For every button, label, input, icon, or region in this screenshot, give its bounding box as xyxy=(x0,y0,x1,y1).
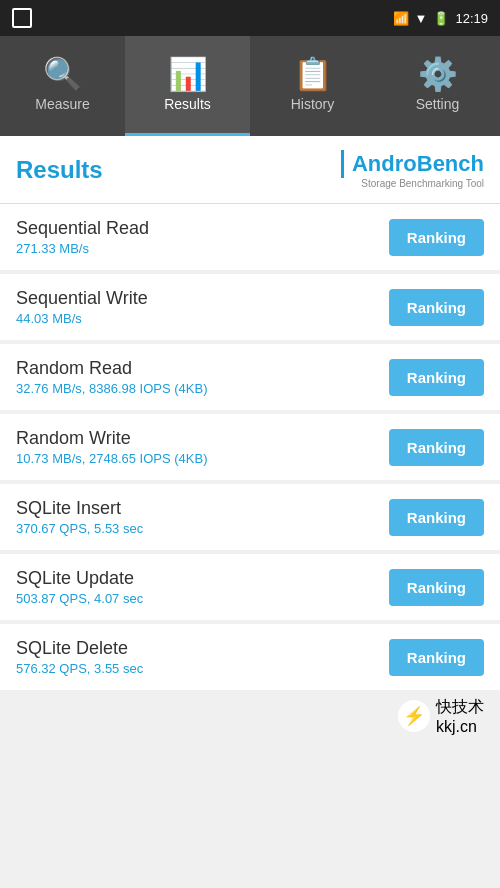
bench-row-sequential-read: Sequential Read 271.33 MB/s Ranking xyxy=(0,204,500,270)
tab-setting[interactable]: ⚙️ Setting xyxy=(375,36,500,136)
ranking-btn-sequential-write[interactable]: Ranking xyxy=(389,289,484,326)
bench-value-random-write: 10.73 MB/s, 2748.65 IOPS (4KB) xyxy=(16,451,208,466)
bench-row-sqlite-update: SQLite Update 503.87 QPS, 4.07 sec Ranki… xyxy=(0,554,500,620)
bench-row-sqlite-insert: SQLite Insert 370.67 QPS, 5.53 sec Ranki… xyxy=(0,484,500,550)
tab-measure-label: Measure xyxy=(35,96,89,112)
bench-value-random-read: 32.76 MB/s, 8386.98 IOPS (4KB) xyxy=(16,381,208,396)
results-header: Results AndroBench Storage Benchmarking … xyxy=(0,136,500,204)
bench-info-sqlite-update: SQLite Update 503.87 QPS, 4.07 sec xyxy=(16,568,143,606)
page-title: Results xyxy=(16,156,103,184)
benchmark-list: Sequential Read 271.33 MB/s Ranking Sequ… xyxy=(0,204,500,690)
watermark-domain: kkj.cn xyxy=(436,718,477,735)
brand-tagline: Storage Benchmarking Tool xyxy=(361,178,484,189)
tab-results[interactable]: 📊 Results xyxy=(125,36,250,136)
bench-row-random-write: Random Write 10.73 MB/s, 2748.65 IOPS (4… xyxy=(0,414,500,480)
watermark: ⚡ 快技术 kkj.cn xyxy=(398,697,484,736)
bench-info-random-write: Random Write 10.73 MB/s, 2748.65 IOPS (4… xyxy=(16,428,208,466)
bench-value-sequential-write: 44.03 MB/s xyxy=(16,311,148,326)
status-bar-right: 📶 ▼ 🔋 12:19 xyxy=(393,11,488,26)
bench-info-sqlite-delete: SQLite Delete 576.32 QPS, 3.55 sec xyxy=(16,638,143,676)
brand-inner: AndroBench xyxy=(341,150,484,178)
results-icon: 📊 xyxy=(168,58,208,90)
status-bar-left xyxy=(12,8,32,28)
brand-andro: Andro xyxy=(352,151,417,176)
bench-value-sqlite-update: 503.87 QPS, 4.07 sec xyxy=(16,591,143,606)
setting-icon: ⚙️ xyxy=(418,58,458,90)
tab-history[interactable]: 📋 History xyxy=(250,36,375,136)
ranking-btn-sqlite-delete[interactable]: Ranking xyxy=(389,639,484,676)
bench-info-sequential-read: Sequential Read 271.33 MB/s xyxy=(16,218,149,256)
bench-info-sequential-write: Sequential Write 44.03 MB/s xyxy=(16,288,148,326)
bench-row-random-read: Random Read 32.76 MB/s, 8386.98 IOPS (4K… xyxy=(0,344,500,410)
bench-name-sequential-write: Sequential Write xyxy=(16,288,148,309)
bench-info-random-read: Random Read 32.76 MB/s, 8386.98 IOPS (4K… xyxy=(16,358,208,396)
bench-name-random-read: Random Read xyxy=(16,358,208,379)
tab-setting-label: Setting xyxy=(416,96,460,112)
ranking-btn-random-write[interactable]: Ranking xyxy=(389,429,484,466)
brand-name: AndroBench xyxy=(352,151,484,177)
android-icon xyxy=(12,8,32,28)
bench-name-random-write: Random Write xyxy=(16,428,208,449)
footer: ⚡ 快技术 kkj.cn xyxy=(0,694,500,738)
bench-row-sequential-write: Sequential Write 44.03 MB/s Ranking xyxy=(0,274,500,340)
watermark-icon: ⚡ xyxy=(398,700,430,732)
bench-name-sqlite-update: SQLite Update xyxy=(16,568,143,589)
ranking-btn-sqlite-update[interactable]: Ranking xyxy=(389,569,484,606)
signal-icon: 📶 xyxy=(393,11,409,26)
bench-row-sqlite-delete: SQLite Delete 576.32 QPS, 3.55 sec Ranki… xyxy=(0,624,500,690)
brand-bench: Bench xyxy=(417,151,484,176)
wifi-icon: ▼ xyxy=(415,11,428,26)
battery-icon: 🔋 xyxy=(433,11,449,26)
ranking-btn-sequential-read[interactable]: Ranking xyxy=(389,219,484,256)
tab-measure[interactable]: 🔍 Measure xyxy=(0,36,125,136)
history-icon: 📋 xyxy=(293,58,333,90)
ranking-btn-sqlite-insert[interactable]: Ranking xyxy=(389,499,484,536)
bench-value-sqlite-delete: 576.32 QPS, 3.55 sec xyxy=(16,661,143,676)
tab-history-label: History xyxy=(291,96,335,112)
brand-bar xyxy=(341,150,344,178)
tab-bar: 🔍 Measure 📊 Results 📋 History ⚙️ Setting xyxy=(0,36,500,136)
bench-value-sequential-read: 271.33 MB/s xyxy=(16,241,149,256)
watermark-text: 快技术 kkj.cn xyxy=(436,697,484,736)
bench-info-sqlite-insert: SQLite Insert 370.67 QPS, 5.53 sec xyxy=(16,498,143,536)
bench-name-sqlite-insert: SQLite Insert xyxy=(16,498,143,519)
time-display: 12:19 xyxy=(455,11,488,26)
status-bar: 📶 ▼ 🔋 12:19 xyxy=(0,0,500,36)
bench-name-sqlite-delete: SQLite Delete xyxy=(16,638,143,659)
measure-icon: 🔍 xyxy=(43,58,83,90)
tab-results-label: Results xyxy=(164,96,211,112)
brand-logo: AndroBench Storage Benchmarking Tool xyxy=(341,150,484,189)
watermark-brand: 快技术 xyxy=(436,698,484,715)
ranking-btn-random-read[interactable]: Ranking xyxy=(389,359,484,396)
bench-name-sequential-read: Sequential Read xyxy=(16,218,149,239)
bench-value-sqlite-insert: 370.67 QPS, 5.53 sec xyxy=(16,521,143,536)
